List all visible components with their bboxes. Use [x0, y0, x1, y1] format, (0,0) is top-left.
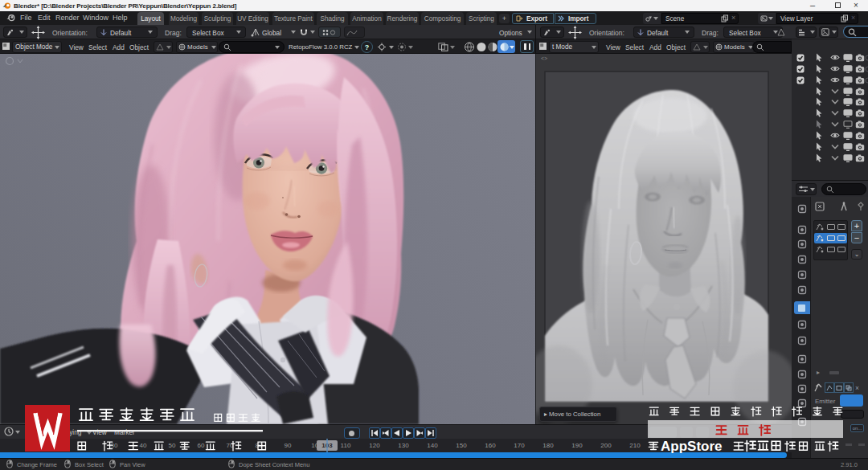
svg-text:AppStore: AppStore: [661, 439, 723, 454]
